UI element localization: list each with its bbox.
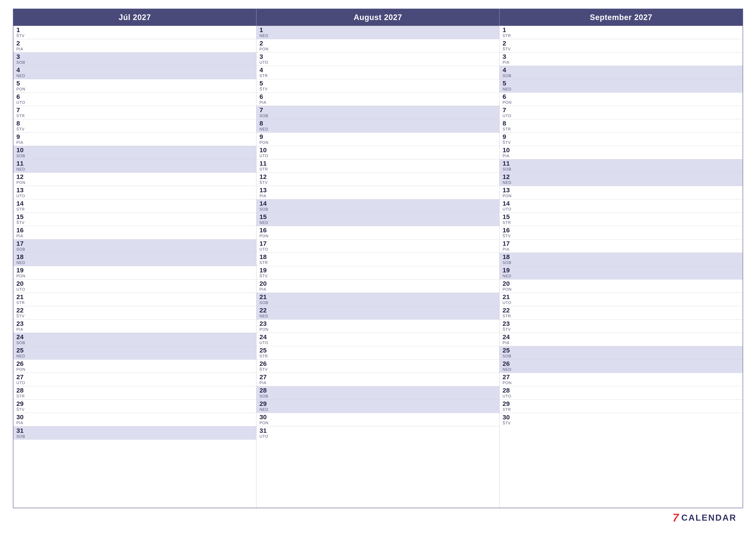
day-number: 24 bbox=[502, 334, 516, 340]
day-number: 3 bbox=[502, 53, 516, 60]
day-row: 18NED bbox=[14, 253, 256, 266]
day-abbr: STR bbox=[259, 167, 272, 172]
day-abbr: NED bbox=[16, 74, 29, 78]
day-abbr: UTO bbox=[259, 247, 272, 252]
day-info: 16PIA bbox=[16, 227, 29, 238]
day-row: 3UTO bbox=[256, 53, 499, 66]
day-row: 27PON bbox=[500, 373, 742, 386]
day-row: 21STR bbox=[14, 293, 256, 306]
day-abbr: ŠTV bbox=[16, 220, 29, 225]
day-abbr: PIA bbox=[502, 60, 516, 65]
day-abbr: SOB bbox=[259, 207, 272, 212]
day-info: 1ŠTV bbox=[16, 27, 29, 38]
day-number: 25 bbox=[16, 347, 29, 354]
day-info: 15ŠTV bbox=[16, 214, 29, 225]
day-row: 20PIA bbox=[256, 279, 499, 293]
day-abbr: NED bbox=[502, 87, 516, 91]
day-number: 18 bbox=[259, 254, 272, 260]
day-abbr: NED bbox=[259, 407, 272, 412]
day-abbr: PON bbox=[259, 140, 272, 145]
day-row: 15STR bbox=[500, 213, 742, 226]
day-info: 25NED bbox=[16, 347, 29, 359]
day-row: 26ŠTV bbox=[256, 360, 499, 373]
day-number: 14 bbox=[502, 200, 516, 207]
day-row: 11STR bbox=[256, 159, 499, 173]
day-number: 11 bbox=[16, 160, 29, 167]
day-info: 30ŠTV bbox=[502, 414, 516, 425]
day-abbr: STR bbox=[259, 261, 272, 265]
day-abbr: PIA bbox=[259, 194, 272, 198]
day-row: 12ŠTV bbox=[256, 173, 499, 186]
day-row: 17PIA bbox=[500, 240, 742, 253]
day-row: 14SOB bbox=[256, 199, 499, 213]
day-info: 7SOB bbox=[259, 107, 272, 118]
day-abbr: ŠTV bbox=[502, 140, 516, 145]
day-info: 30PIA bbox=[16, 414, 29, 425]
day-row: 10PIA bbox=[500, 146, 742, 159]
day-info: 18NED bbox=[16, 254, 29, 265]
day-info: 15STR bbox=[502, 214, 516, 225]
day-abbr: SOB bbox=[502, 74, 516, 78]
day-abbr: NED bbox=[16, 354, 29, 359]
day-abbr: PIA bbox=[502, 341, 516, 345]
day-number: 5 bbox=[259, 80, 272, 87]
day-row: 9PON bbox=[256, 133, 499, 146]
day-row: 1STR bbox=[500, 26, 742, 39]
day-number: 22 bbox=[16, 307, 29, 314]
day-row: 29NED bbox=[256, 400, 499, 413]
day-number: 7 bbox=[502, 107, 516, 113]
day-info: 29STR bbox=[502, 400, 516, 412]
day-number: 15 bbox=[16, 214, 29, 220]
day-info: 9PON bbox=[259, 134, 272, 145]
day-row: 26PON bbox=[14, 360, 256, 373]
day-number: 10 bbox=[16, 147, 29, 153]
day-abbr: NED bbox=[502, 274, 516, 278]
day-info: 31UTO bbox=[259, 427, 272, 439]
day-row: 15NED bbox=[256, 213, 499, 226]
day-abbr: ŠTV bbox=[16, 407, 29, 412]
day-info: 14STR bbox=[16, 200, 29, 212]
day-number: 25 bbox=[259, 347, 272, 354]
day-row: 11NED bbox=[14, 159, 256, 173]
day-abbr: ŠTV bbox=[502, 421, 516, 425]
day-info: 27UTO bbox=[16, 374, 29, 385]
day-number: 2 bbox=[259, 40, 272, 46]
day-abbr: UTO bbox=[259, 60, 272, 65]
day-number: 4 bbox=[502, 67, 516, 73]
day-row: 1ŠTV bbox=[14, 26, 256, 39]
day-info: 20PIA bbox=[259, 280, 272, 292]
day-info: 30PON bbox=[259, 414, 272, 425]
day-row: 6PIA bbox=[256, 92, 499, 106]
day-abbr: STR bbox=[259, 74, 272, 78]
day-number: 12 bbox=[16, 173, 29, 180]
day-row: 25STR bbox=[256, 346, 499, 360]
day-number: 23 bbox=[502, 320, 516, 327]
day-row: 4SOB bbox=[500, 66, 742, 79]
day-abbr: STR bbox=[502, 34, 516, 38]
day-row: 6UTO bbox=[14, 92, 256, 106]
day-number: 28 bbox=[16, 387, 29, 394]
day-info: 4STR bbox=[259, 67, 272, 78]
day-info: 31SOB bbox=[16, 427, 29, 439]
day-row: 5NED bbox=[500, 79, 742, 92]
month-column-1: August 20271NED2PON3UTO4STR5ŠTV6PIA7SOB8… bbox=[256, 9, 500, 508]
day-number: 6 bbox=[16, 93, 29, 100]
day-row: 7STR bbox=[14, 106, 256, 119]
day-row: 25NED bbox=[14, 346, 256, 360]
day-row: 13PIA bbox=[256, 186, 499, 199]
day-row: 30PON bbox=[256, 413, 499, 426]
day-info: 7UTO bbox=[502, 107, 516, 118]
day-number: 8 bbox=[259, 120, 272, 127]
day-row: 22ŠTV bbox=[14, 306, 256, 319]
day-info: 29ŠTV bbox=[16, 400, 29, 412]
day-row: 10UTO bbox=[256, 146, 499, 159]
day-number: 26 bbox=[259, 361, 272, 367]
day-info: 24PIA bbox=[502, 334, 516, 345]
day-number: 4 bbox=[16, 67, 29, 73]
day-number: 28 bbox=[259, 387, 272, 394]
day-number: 13 bbox=[259, 187, 272, 193]
day-abbr: STR bbox=[502, 127, 516, 132]
day-abbr: PON bbox=[502, 100, 516, 105]
day-row: 3PIA bbox=[500, 53, 742, 66]
day-abbr: PIA bbox=[16, 140, 29, 145]
